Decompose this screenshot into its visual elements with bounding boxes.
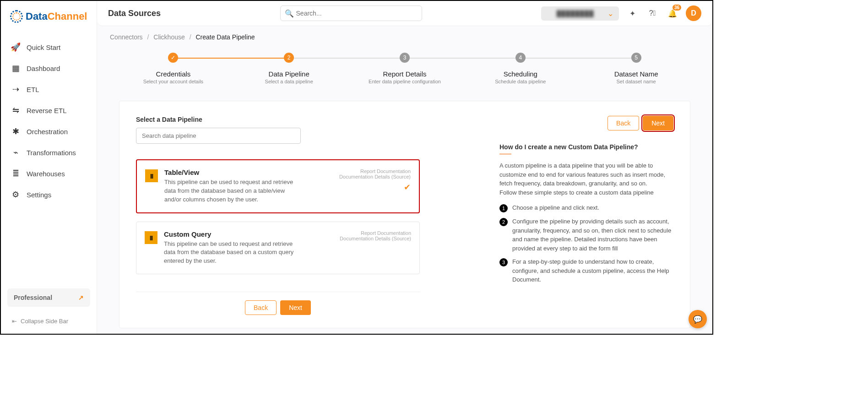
rocket-icon: 🚀 <box>11 43 20 52</box>
dashboard-icon: ▦ <box>11 64 20 73</box>
section-title: Select a Data Pipeline <box>136 116 481 123</box>
reverse-etl-icon: ⇋ <box>11 106 20 115</box>
external-link-icon: ↗ <box>78 294 84 301</box>
workspace-dropdown[interactable]: ████████ ⌄ <box>541 6 619 21</box>
pipeline-search-input[interactable] <box>136 128 301 144</box>
logo-icon <box>10 10 23 23</box>
sidebar-item-etl[interactable]: ⇢ETL <box>1 79 97 100</box>
etl-icon: ⇢ <box>11 85 20 94</box>
transformations-icon: ⌁ <box>11 148 20 157</box>
page-title: Data Sources <box>108 9 161 18</box>
next-button-bottom[interactable]: Next <box>280 300 311 315</box>
sidebar-item-warehouses[interactable]: ≣Warehouses <box>1 163 97 184</box>
search-icon: 🔍 <box>285 9 294 18</box>
documentation-details-link[interactable]: Documentation Details (Source) <box>339 174 411 179</box>
step-credentials[interactable]: ✓ Credentials Select your account detail… <box>115 53 231 84</box>
sidebar-item-dashboard[interactable]: ▦Dashboard <box>1 58 97 79</box>
pipeline-card: Select a Data Pipeline ||| Table/View Th… <box>119 101 690 328</box>
sidebar-item-transformations[interactable]: ⌁Transformations <box>1 142 97 163</box>
help-step-1: Choose a pipeline and click next. <box>512 203 599 212</box>
chevron-down-icon: ⌄ <box>608 9 613 18</box>
breadcrumb: Connectors / Clickhouse / Create Data Pi… <box>97 26 712 44</box>
pipeline-option-custom-query[interactable]: ||| Custom Query This pipeline can be us… <box>136 222 420 275</box>
gear-icon: ⚙ <box>11 190 20 199</box>
notifications-icon[interactable]: 🔔36 <box>666 6 679 20</box>
breadcrumb-connectors[interactable]: Connectors <box>110 33 143 41</box>
avatar[interactable]: D <box>686 5 701 21</box>
topbar: Data Sources 🔍 ████████ ⌄ ✦ ?⃝ 🔔36 D <box>97 1 712 26</box>
database-icon: ||| <box>145 169 158 182</box>
help-text: A custom pipeline is a data pipeline tha… <box>499 161 673 197</box>
global-search: 🔍 <box>280 5 422 21</box>
next-button-top[interactable]: Next <box>643 116 673 130</box>
help-title: How do I create a new Custom Data Pipeli… <box>499 143 673 151</box>
collapse-icon: ⇤ <box>12 318 17 325</box>
notification-badge: 36 <box>673 5 681 11</box>
sidebar-item-quickstart[interactable]: 🚀Quick Start <box>1 37 97 58</box>
main-content: Data Sources 🔍 ████████ ⌄ ✦ ?⃝ 🔔36 D Con… <box>97 1 712 334</box>
plan-badge[interactable]: Professional ↗ <box>7 288 90 307</box>
selected-check-icon: ✔ <box>339 182 411 192</box>
help-icon[interactable]: ?⃝ <box>646 6 659 20</box>
sidebar-item-settings[interactable]: ⚙Settings <box>1 184 97 205</box>
chat-icon: 💬 <box>693 315 702 324</box>
orchestration-icon: ✱ <box>11 127 20 136</box>
database-icon: ||| <box>145 231 157 244</box>
help-step-2: Configure the pipeline by providing deta… <box>512 217 673 253</box>
collapse-sidebar[interactable]: ⇤ Collapse Side Bar <box>7 315 90 329</box>
sidebar-item-orchestration[interactable]: ✱Orchestration <box>1 121 97 142</box>
sidebar-item-reverse-etl[interactable]: ⇋Reverse ETL <box>1 100 97 121</box>
search-input[interactable] <box>280 5 422 21</box>
breadcrumb-current: Create Data Pipeline <box>195 33 255 41</box>
help-steps-list: 1Choose a pipeline and click next. 2Conf… <box>499 203 673 284</box>
documentation-details-link[interactable]: Documentation Details (Source) <box>340 236 411 241</box>
sidebar: DataChannel 🚀Quick Start ▦Dashboard ⇢ETL… <box>1 1 97 334</box>
check-icon: ✓ <box>168 53 178 63</box>
warehouse-icon: ≣ <box>11 169 20 178</box>
sparkle-icon[interactable]: ✦ <box>625 6 639 20</box>
report-documentation-link[interactable]: Report Documentation <box>340 230 411 236</box>
wizard-stepper: ✓ Credentials Select your account detail… <box>115 53 694 84</box>
breadcrumb-clickhouse[interactable]: Clickhouse <box>153 33 184 41</box>
report-documentation-link[interactable]: Report Documentation <box>339 168 411 174</box>
pipeline-option-table-view[interactable]: ||| Table/View This pipeline can be used… <box>136 159 420 213</box>
chat-fab[interactable]: 💬 <box>689 310 707 328</box>
sidebar-nav: 🚀Quick Start ▦Dashboard ⇢ETL ⇋Reverse ET… <box>1 32 97 288</box>
brand-logo[interactable]: DataChannel <box>1 5 97 32</box>
help-step-3: For a step-by-step guide to understand h… <box>512 257 673 284</box>
back-button-bottom[interactable]: Back <box>245 300 277 315</box>
back-button-top[interactable]: Back <box>608 116 639 130</box>
